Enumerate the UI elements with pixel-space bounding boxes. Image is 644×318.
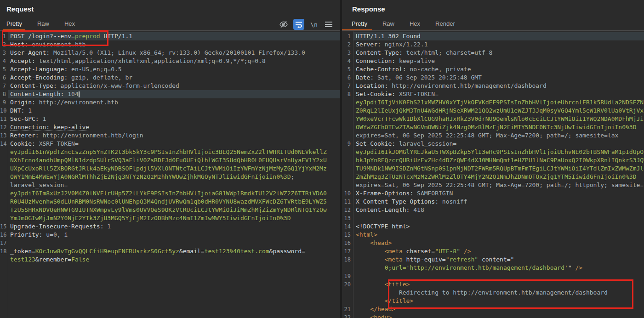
request-editor[interactable]: 1POST /login?--env=preprod HTTP/1.12Host…: [0, 30, 340, 318]
code-line[interactable]: YW0xeVcrTFcwWk1DbXlCUG9haHJxRkZ3V0drNU9Q…: [342, 115, 644, 123]
code-line[interactable]: UXpCcUxoRll5ZXBORGtJRlk4aEkyNDBSOFlpdjl5…: [0, 165, 340, 173]
code-line[interactable]: 16Priority: u=0, i: [0, 231, 340, 239]
menu-icon[interactable]: [324, 19, 334, 29]
code-line[interactable]: Z0RqL2lIeUxjQkM3TnU4WGdHRjNSeXRWM21QQ2wz…: [342, 107, 644, 115]
code-line[interactable]: 20 <title>: [342, 280, 644, 289]
code-line[interactable]: expires=Sat, 06 Sep 2025 22:25:48 GMT; M…: [342, 181, 644, 189]
code-line[interactable]: 6Date: Sat, 06 Sep 2025 20:25:48 GMT: [342, 74, 644, 82]
line-number: [342, 98, 353, 107]
code-line[interactable]: 11Sec-GPC: 1: [0, 115, 340, 123]
line-number: [342, 156, 353, 165]
code-line[interactable]: 12Connection: keep-alive: [0, 123, 340, 131]
code-line[interactable]: 3Content-Type: text/html; charset=utf-8: [342, 49, 644, 57]
code-line[interactable]: OWY1MmE4MWEwYjA0NGRlMThhZjE2Njg3NTYzNzQz…: [0, 173, 340, 181]
code-line[interactable]: 8Content-Length: 104: [0, 90, 340, 98]
hide-non-printable-icon[interactable]: [279, 19, 289, 29]
code-line[interactable]: 6Accept-Encoding: gzip, deflate, br: [0, 74, 340, 82]
code-line[interactable]: 8Set-Cookie: XSRF-TOKEN=: [342, 90, 644, 98]
code-line[interactable]: 0;url='http://environment.htb/management…: [342, 264, 644, 272]
code-line[interactable]: 9Origin: http://environment.htb: [0, 98, 340, 107]
code-line[interactable]: TU9MNDk1NW9ISDZnMGtNSnp0S1pnMjNDT2FWRm5R…: [342, 165, 644, 173]
code-line[interactable]: YmJmOGIwMjJmN2Y0NjE2YTk3ZjU3MGQ5YjFjM2Iz…: [0, 214, 340, 222]
code-line[interactable]: eyJpdiI6IkJOMGlYREJkaU5TWXpBZkp5YlI3eHc9…: [342, 148, 644, 156]
code-line[interactable]: 15<html>: [342, 231, 644, 239]
request-tab-bar: PrettyRawHex: [6, 20, 90, 30]
code-line[interactable]: 2Host: environment.htb: [0, 40, 340, 49]
line-number: [0, 148, 8, 156]
tab-pretty[interactable]: Pretty: [6, 20, 22, 30]
response-editor[interactable]: 1HTTP/1.1 302 Found2Server: nginx/1.22.1…: [342, 30, 644, 318]
code-line[interactable]: 1POST /login?--env=preprod HTTP/1.1: [0, 32, 340, 40]
code-line[interactable]: Redirecting to http://environment.htb/ma…: [342, 289, 644, 297]
code-line[interactable]: 15Upgrade-Insecure-Requests: 1: [0, 222, 340, 231]
line-number: 14: [342, 222, 353, 231]
code-line[interactable]: 18_token=KOcJuw8vTgGvQQLCfiH9eupENERUsrk…: [0, 247, 340, 256]
code-line[interactable]: 5Cache-Control: no-cache, private: [342, 65, 644, 74]
code-line[interactable]: NXhIcno4andhUmpQMlN1dzdpSUlrSVQ3aFliV0Zs…: [0, 156, 340, 165]
tab-pretty[interactable]: Pretty: [352, 20, 367, 30]
line-number: 3: [342, 49, 353, 57]
code-line[interactable]: 7Location: http://environment.htb/manage…: [342, 82, 644, 90]
line-number: 5: [342, 65, 353, 74]
tab-hex[interactable]: Hex: [410, 20, 420, 30]
code-line[interactable]: 5Accept-Language: en-US,en;q=0.5: [0, 65, 340, 74]
line-number: 15: [342, 231, 353, 239]
code-line[interactable]: laravel_session=: [0, 181, 340, 189]
tab-raw[interactable]: Raw: [37, 20, 49, 30]
code-line[interactable]: 1HTTP/1.1 302 Found: [342, 32, 644, 40]
line-number: 13: [342, 214, 353, 222]
code-line[interactable]: 13Referer: http://environment.htb/login: [0, 131, 340, 140]
code-line[interactable]: expires=Sat, 06 Sep 2025 22:25:48 GMT; M…: [342, 131, 644, 140]
newline-icon[interactable]: \n: [309, 19, 319, 29]
code-line[interactable]: 14<!DOCTYPE html>: [342, 222, 644, 231]
code-line[interactable]: 9Set-Cookie: laravel_session=: [342, 140, 644, 148]
code-line[interactable]: 17 <meta charset="UTF-8" />: [342, 247, 644, 256]
code-line[interactable]: 11X-Content-Type-Options: nosniff: [342, 198, 644, 206]
line-number: 20: [342, 280, 353, 289]
line-number: 10: [0, 107, 8, 115]
line-number: 11: [0, 115, 8, 123]
response-panel-title: Response: [352, 5, 385, 13]
code-line[interactable]: OWYwZGFhOTEwZTAwNGVmOWNiZjk4Nzg0MzBlMzFj…: [342, 123, 644, 131]
code-line[interactable]: R0U4UzMvenhwS0dLUnRBM0NsRWNoc0lUNEhpQ3M4…: [0, 198, 340, 206]
code-line[interactable]: 4Connection: keep-alive: [342, 57, 644, 65]
code-line[interactable]: eyJpdiI6Im8xUzJ2V0M4Z0lNVElrUHp5Z2lLYkE9…: [0, 189, 340, 198]
code-line[interactable]: eyJpdiI6InVpdTZncEszZnp5YnZTK2t3bk5kY3c9…: [0, 148, 340, 156]
code-line[interactable]: 13: [342, 214, 644, 222]
line-number: [342, 107, 353, 115]
line-number: 18: [342, 256, 353, 264]
code-line[interactable]: 4Accept: text/html,application/xhtml+xml…: [0, 57, 340, 65]
code-line[interactable]: 10DNT: 1: [0, 107, 340, 115]
tab-render[interactable]: Render: [435, 20, 455, 30]
tab-raw[interactable]: Raw: [382, 20, 394, 30]
code-line[interactable]: 17: [0, 239, 340, 247]
tab-hex[interactable]: Hex: [64, 20, 75, 30]
line-number: 17: [0, 239, 8, 247]
code-line[interactable]: 12Content-Length: 418: [342, 206, 644, 214]
code-line[interactable]: bkJpYnREQzcrQURiUzEvZHc4dDZzQWE4dXJ0MHNm…: [342, 156, 644, 165]
code-line[interactable]: 19: [342, 272, 644, 280]
code-line[interactable]: 2Server: nginx/1.22.1: [342, 40, 644, 49]
code-line[interactable]: 21 </head>: [342, 305, 644, 313]
line-number: 1: [0, 32, 8, 40]
code-line[interactable]: 18 <meta http-equiv="refresh" content=": [342, 256, 644, 264]
code-line[interactable]: 10X-Frame-Options: SAMEORIGIN: [342, 189, 644, 198]
code-line[interactable]: eyJpdiI6IjViK0FhS21xMWZHV0xYTjVkOFVKdEE9…: [342, 98, 644, 107]
code-line[interactable]: 3User-Agent: Mozilla/5.0 (X11; Linux x86…: [0, 49, 340, 57]
line-number: [0, 173, 8, 181]
request-editor-toolbar: \n: [279, 19, 334, 30]
line-number: [342, 297, 353, 305]
code-line[interactable]: 16 <head>: [342, 239, 644, 247]
code-line[interactable]: test123&remember=False: [0, 256, 340, 264]
code-line[interactable]: </title>: [342, 297, 644, 305]
line-number: 11: [342, 198, 353, 206]
line-number: [342, 115, 353, 123]
word-wrap-icon[interactable]: [293, 19, 304, 30]
line-number: [342, 165, 353, 173]
code-line[interactable]: TzU5SHRxNDVQeHNWTG9IUTNXWmpvLy9lVms0UVVQ…: [0, 206, 340, 214]
code-line[interactable]: 22 <body>: [342, 313, 644, 318]
code-line[interactable]: 7Content-Type: application/x-www-form-ur…: [0, 82, 340, 90]
code-line[interactable]: 14Cookie: XSRF-TOKEN=: [0, 140, 340, 148]
code-line[interactable]: ZmZhMzg3ZTUzNTcxMzMzZWRlMzZlOTY4MjY2N2Q1…: [342, 173, 644, 181]
line-number: 4: [0, 57, 8, 65]
